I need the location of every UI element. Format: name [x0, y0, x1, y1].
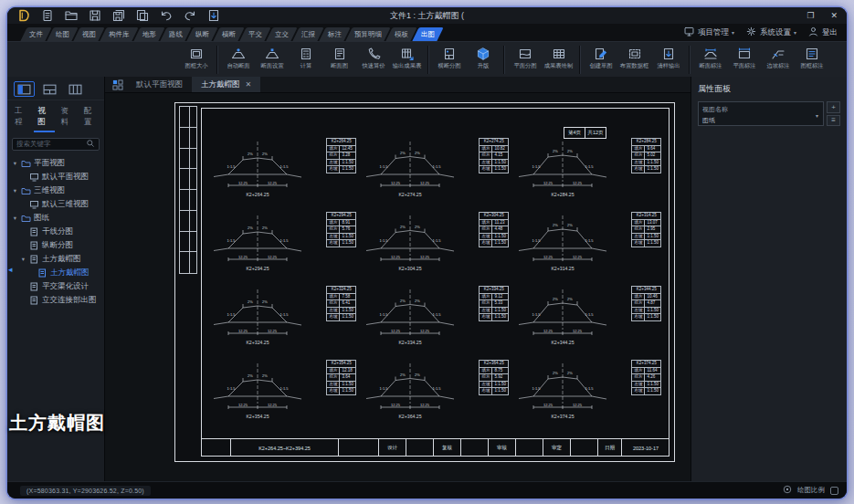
ribbon-group: 自动断面断面设置计算断面图快速算价输出成果表 — [221, 45, 424, 70]
sidebar-collapse-icon[interactable]: ◂ — [8, 265, 13, 274]
sidebar-tab-视图[interactable]: 视图 — [34, 104, 54, 132]
ribbon-button[interactable]: 快速算价 — [356, 45, 390, 70]
svg-text:12.25: 12.25 — [573, 255, 583, 259]
ribbon-button[interactable]: 断面标注 — [693, 45, 727, 70]
title-block: K2+264.25~K2+394.25设计复核审核审定日期2023-10-17 — [201, 438, 669, 457]
ribbon-button[interactable]: 自动断面 — [221, 45, 255, 70]
svg-text:K2+334.25: K2+334.25 — [398, 340, 421, 345]
ribbon-button[interactable]: 平面标注 — [727, 45, 761, 70]
svg-text:2%: 2% — [415, 151, 420, 155]
svg-text:12.25: 12.25 — [238, 255, 248, 259]
export-icon — [661, 46, 676, 61]
tree-item[interactable]: ▾三维视图 — [7, 184, 104, 197]
close-icon[interactable]: ✕ — [830, 7, 838, 24]
ribbon-button[interactable]: 升版 — [466, 45, 500, 70]
add-button[interactable]: + — [827, 101, 840, 113]
ribbon-button[interactable]: 断面图 — [322, 45, 356, 70]
search-icon — [86, 139, 95, 150]
view-name-combobox[interactable]: 视图名称 图纸 ▾ — [698, 101, 824, 126]
cross-section-drawing: 12.2512.25 1:1.51:1.5 2%2% K2+334.25 — [363, 282, 458, 353]
layout-columns-icon[interactable] — [14, 81, 35, 97]
station-range: K2+264.25~K2+394.25 — [231, 439, 339, 457]
menu-tab[interactable]: 预算明细 — [345, 27, 390, 41]
ribbon-button[interactable]: 图框大小 — [179, 45, 213, 70]
tree-item[interactable]: 干线分图 — [7, 225, 104, 238]
ribbon-button[interactable]: 平面分图 — [508, 45, 542, 70]
svg-text:1:1.5: 1:1.5 — [532, 164, 542, 169]
ribbon-separator — [503, 46, 504, 74]
menu-tab[interactable]: 构件库 — [100, 27, 138, 41]
tree-item[interactable]: 土方戴帽图 — [7, 266, 104, 279]
ribbon-button[interactable]: 横断分图 — [432, 45, 466, 70]
cross-section-drawing: 12.2512.25 1:1.51:1.5 2%2% K2+354.25 — [210, 356, 305, 427]
svg-text:2%: 2% — [400, 299, 406, 303]
ribbon-button-label: 断面图 — [331, 62, 348, 70]
undo-icon[interactable] — [159, 8, 174, 23]
menu-tab-label: 平交 — [248, 27, 262, 41]
layout-split-icon[interactable] — [39, 81, 60, 97]
ribbon-button[interactable]: 输出成果表 — [390, 45, 424, 70]
menubar-item[interactable]: 登出 — [807, 26, 838, 39]
tree-item[interactable]: ▾图纸 — [7, 211, 104, 225]
ribbon-button[interactable]: 计算 — [289, 45, 322, 70]
new-file-icon[interactable] — [40, 8, 55, 23]
tree-item[interactable]: ▾土方戴帽图 — [7, 252, 104, 266]
list-button[interactable]: ≡ — [827, 115, 840, 127]
cross-section: 12.2512.25 1:1.51:1.5 2%2% K2+274.25 K2+… — [361, 134, 513, 208]
ribbon-separator — [427, 46, 428, 74]
section-data-table: K2+344.25 填方10.46 挖方4.87 左坡1:1.50 右坡1:1.… — [631, 286, 661, 321]
svg-text:12.25: 12.25 — [420, 403, 430, 407]
title-field-label: 复核 — [434, 439, 461, 457]
copy-icon[interactable] — [135, 8, 150, 23]
viewport-icon[interactable] — [830, 487, 838, 495]
tree-item[interactable]: ▾平面视图 — [7, 156, 104, 170]
svg-text:1:1.5: 1:1.5 — [585, 164, 595, 169]
title-block-cell — [339, 439, 379, 457]
title-block-cell — [571, 439, 598, 457]
folder-icon — [21, 214, 31, 223]
menubar-item[interactable]: 系统设置▾ — [745, 26, 796, 39]
document-tab[interactable]: 默认平面视图 — [127, 77, 192, 92]
ribbon-button[interactable]: 清样输出 — [651, 45, 685, 70]
cross-section: 12.2512.25 1:1.51:1.5 2%2% K2+344.25 K2+… — [513, 282, 666, 356]
svg-text:1:1.5: 1:1.5 — [380, 238, 389, 243]
export-icon[interactable] — [206, 8, 221, 23]
title-field-label: 审定 — [543, 439, 571, 457]
svg-text:1:1.5: 1:1.5 — [280, 312, 290, 317]
ribbon-button[interactable]: 成果表绘制 — [542, 45, 575, 70]
document-tab[interactable]: 土方戴帽图✕ — [192, 77, 260, 92]
tree-item[interactable]: 默认平面视图 — [7, 170, 104, 184]
ribbon-button[interactable]: 创建草图 — [584, 45, 617, 70]
tree-item[interactable]: 立交连接部出图 — [7, 293, 104, 307]
ribbon-separator — [689, 46, 690, 74]
ribbon-button[interactable]: 边坡标注 — [761, 45, 795, 70]
tree-item[interactable]: 平交渠化设计 — [7, 279, 104, 293]
workspace-icon[interactable] — [109, 77, 127, 92]
open-icon[interactable] — [64, 8, 79, 23]
sidebar-tab-配置[interactable]: 配置 — [80, 104, 100, 132]
ribbon-button[interactable]: 断面设置 — [255, 45, 289, 70]
tree-item[interactable]: 纵断分图 — [7, 238, 104, 252]
frame-icon — [189, 46, 204, 61]
sidebar-tab-资料[interactable]: 资料 — [58, 104, 78, 132]
tree-item[interactable]: 默认三维视图 — [7, 197, 104, 211]
save-all-icon[interactable] — [111, 8, 126, 23]
ribbon-separator — [216, 46, 217, 74]
redo-icon[interactable] — [183, 8, 197, 23]
menubar-item[interactable]: 项目管理▾ — [683, 26, 734, 39]
ribbon-button[interactable]: 图框标注 — [795, 45, 828, 70]
sidebar-tab-工程[interactable]: 工程 — [11, 104, 31, 132]
tree-item-label: 干线分图 — [42, 226, 73, 237]
svg-text:1:1.5: 1:1.5 — [227, 386, 237, 391]
close-tab-icon[interactable]: ✕ — [246, 80, 252, 89]
save-icon[interactable] — [88, 8, 102, 23]
export-table-icon — [400, 46, 415, 61]
search-input[interactable]: 搜索关键字 — [12, 138, 100, 151]
ribbon-button[interactable]: 布置数据框 — [617, 45, 651, 70]
drawing-canvas[interactable]: 第4页 共12页 12.2512.25 1:1.51:1.5 2%2% K2+2… — [105, 93, 691, 481]
layout-rows-icon[interactable] — [65, 81, 86, 97]
title-field-label: 审核 — [489, 439, 516, 457]
restore-icon[interactable]: ❐ — [807, 7, 814, 24]
menu-tab[interactable]: 出图 — [412, 27, 443, 41]
svg-text:K2+284.25: K2+284.25 — [551, 192, 574, 197]
